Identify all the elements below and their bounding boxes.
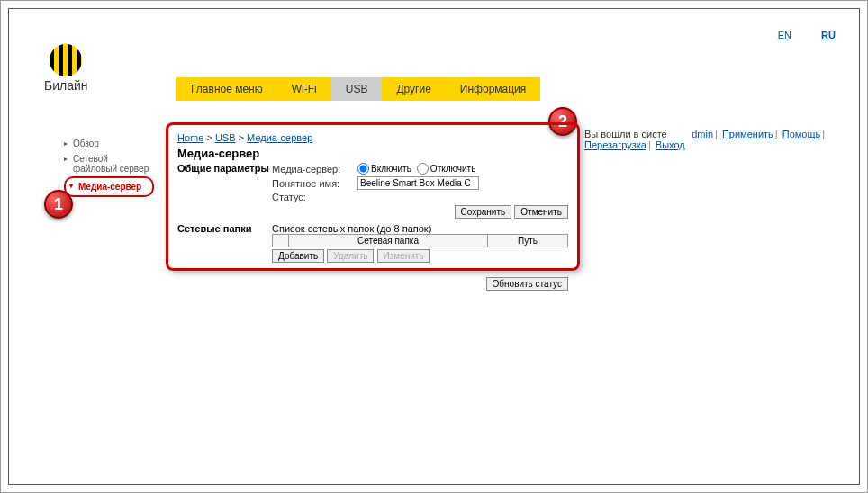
nav-other[interactable]: Другие (382, 77, 445, 101)
friendly-name-label: Понятное имя: (272, 178, 357, 189)
friendly-name-input[interactable] (357, 176, 479, 190)
sidebar: Обзор Сетевой файловый сервер Медиа-серв… (64, 136, 154, 197)
col-folder: Сетевая папка (289, 235, 488, 247)
lang-en-link[interactable]: EN (778, 30, 791, 40)
lang-ru-link[interactable]: RU (821, 30, 836, 40)
page-title: Медиа-сервер (177, 147, 568, 160)
breadcrumb-media[interactable]: Медиа-сервер (247, 132, 312, 143)
radio-enable[interactable] (357, 163, 369, 175)
refresh-status-button[interactable]: Обновить статус (486, 277, 568, 291)
cancel-button[interactable]: Отменить (514, 205, 568, 219)
status-label: Статус: (272, 192, 357, 202)
delete-button: Удалить (327, 249, 374, 263)
main-panel: Home > USB > Медиа-сервер Медиа-сервер О… (166, 122, 580, 271)
edit-button: Изменить (377, 249, 430, 263)
logout-link[interactable]: Выход (656, 139, 685, 150)
sidebar-item-fileserver[interactable]: Сетевой файловый сервер (64, 151, 154, 176)
folders-caption: Список сетевых папок (до 8 папок) (272, 223, 568, 234)
breadcrumb: Home > USB > Медиа-сервер (177, 132, 568, 143)
nav-usb[interactable]: USB (331, 77, 383, 101)
apply-link[interactable]: Применить (722, 129, 773, 139)
media-server-label: Медиа-сервер: (272, 164, 357, 175)
col-path: Путь (488, 235, 568, 247)
breadcrumb-home[interactable]: Home (177, 132, 203, 143)
callout-badge-1: 1 (44, 190, 73, 219)
help-link[interactable]: Помощь (782, 129, 821, 139)
col-checkbox (273, 235, 289, 247)
nav-wifi[interactable]: Wi-Fi (277, 77, 331, 101)
logo-text: Билайн (44, 78, 88, 93)
logged-in-text: Вы вошли в систе (584, 129, 667, 139)
radio-disable-label[interactable]: Отключить (417, 163, 476, 175)
add-button[interactable]: Добавить (272, 249, 324, 263)
radio-disable[interactable] (417, 163, 429, 175)
breadcrumb-usb[interactable]: USB (215, 132, 236, 143)
main-nav: Главное меню Wi-Fi USB Другие Информация (176, 77, 540, 101)
sidebar-item-mediaserver[interactable]: Медиа-сервер (64, 176, 154, 197)
nav-main[interactable]: Главное меню (176, 77, 277, 101)
sidebar-item-overview[interactable]: Обзор (64, 136, 154, 151)
admin-link[interactable]: dmin (692, 129, 713, 139)
reboot-link[interactable]: Перезагрузка (584, 139, 646, 150)
logo: Билайн (44, 44, 88, 93)
language-bar: EN RU (751, 30, 836, 40)
section-folders-label: Сетевые папки (177, 223, 272, 293)
save-button[interactable]: Сохранить (455, 205, 512, 219)
nav-info[interactable]: Информация (446, 77, 540, 101)
section-general-label: Общие параметры (177, 163, 272, 221)
radio-enable-label[interactable]: Включить (357, 163, 411, 175)
logo-icon (50, 44, 82, 76)
folders-table: Сетевая папка Путь (272, 234, 568, 247)
top-toolbar: Вы вошли в систе dmin| Применить| Помощь… (584, 129, 867, 150)
